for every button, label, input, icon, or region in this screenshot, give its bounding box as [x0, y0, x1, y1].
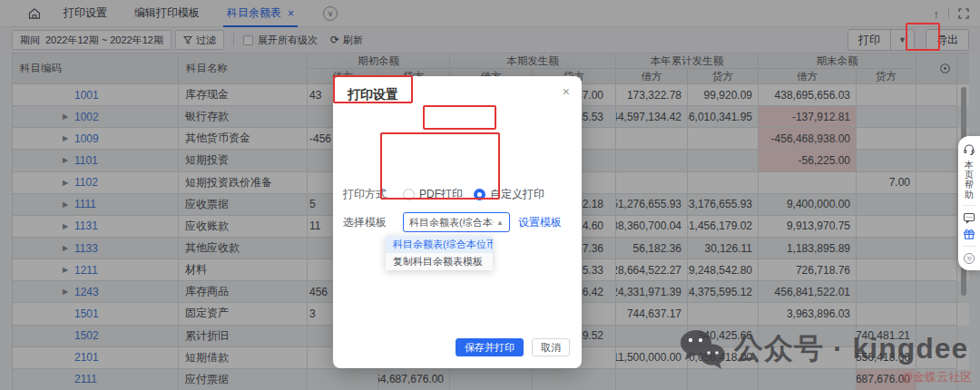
template-dropdown-list: 科目余额表(综合本位币)(默认)复制科目余额表模板	[386, 236, 493, 270]
cancel-button[interactable]: 取消	[532, 338, 570, 356]
print-settings-dialog: 打印设置 × 打印方式 PDF打印 自定义打印 选择模板 科目余额表(综合本位币…	[333, 76, 582, 368]
dialog-close-icon[interactable]: ×	[563, 84, 570, 99]
headset-help-icon[interactable]	[963, 143, 975, 156]
help-float-panel: 本页帮助	[958, 136, 980, 270]
set-template-link[interactable]: 设置模板	[518, 215, 562, 230]
divider	[963, 246, 975, 247]
page-help-label[interactable]: 本页帮助	[965, 160, 974, 200]
save-and-print-button[interactable]: 保存并打印	[456, 338, 524, 356]
radio-custom-print[interactable]: 自定义打印	[474, 187, 544, 202]
dialog-title: 打印设置	[348, 87, 398, 103]
collapse-panel-icon[interactable]	[963, 252, 975, 265]
radio-label: 自定义打印	[490, 187, 544, 202]
radio-label: PDF打印	[419, 187, 463, 202]
template-select-value: 科目余额表(综合本位币)(...	[409, 216, 494, 229]
divider	[963, 205, 975, 206]
print-method-label: 打印方式	[343, 187, 387, 202]
gift-icon[interactable]	[963, 228, 975, 240]
chevron-up-icon: ▲	[496, 219, 504, 227]
template-select[interactable]: 科目余额表(综合本位币)(... ▲	[403, 212, 510, 232]
radio-icon	[403, 189, 415, 200]
radio-icon-selected	[474, 189, 485, 200]
template-option[interactable]: 科目余额表(综合本位币)(默认)	[386, 236, 493, 253]
template-label: 选择模板	[343, 215, 387, 230]
app-window: 打印设置 编辑打印模板 科目余额表 × ∨ ↑ 期间 2022年12期 ~ 20…	[0, 0, 980, 390]
feedback-chat-icon[interactable]	[963, 211, 975, 224]
radio-pdf-print[interactable]: PDF打印	[403, 187, 463, 202]
template-option[interactable]: 复制科目余额表模板	[386, 253, 493, 270]
